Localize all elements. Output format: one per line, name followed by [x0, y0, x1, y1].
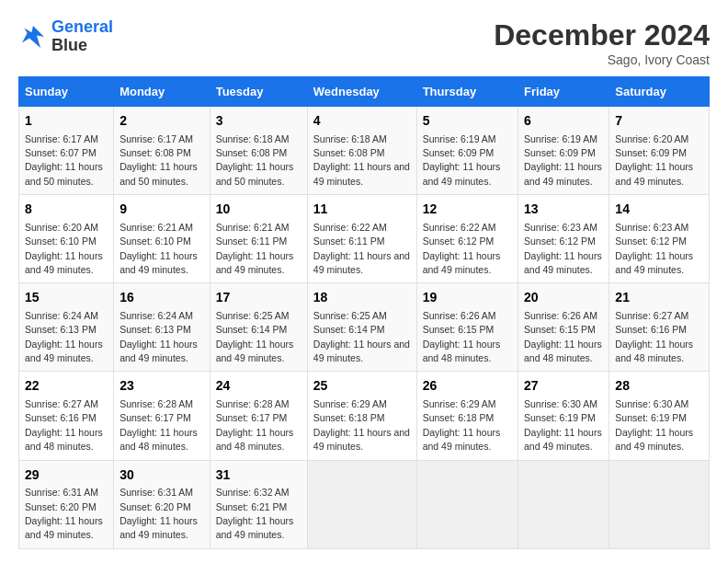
logo: General Blue [18, 18, 113, 55]
day-number: 28 [615, 377, 703, 396]
header-day-wednesday: Wednesday [307, 77, 416, 107]
calendar-cell: 31 Sunrise: 6:32 AMSunset: 6:21 PMDaylig… [210, 460, 307, 548]
day-number: 18 [313, 289, 411, 307]
header-day-monday: Monday [114, 77, 210, 107]
cell-info: Sunrise: 6:26 AMSunset: 6:15 PMDaylight:… [524, 310, 602, 363]
cell-info: Sunrise: 6:17 AMSunset: 6:07 PMDaylight:… [25, 133, 103, 187]
day-number: 1 [25, 112, 108, 131]
cell-info: Sunrise: 6:27 AMSunset: 6:16 PMDaylight:… [615, 310, 693, 363]
calendar-cell: 27 Sunrise: 6:30 AMSunset: 6:19 PMDaylig… [518, 372, 609, 460]
calendar-cell: 4 Sunrise: 6:18 AMSunset: 6:08 PMDayligh… [307, 107, 416, 195]
cell-info: Sunrise: 6:20 AMSunset: 6:10 PMDaylight:… [25, 222, 103, 275]
calendar-cell: 23 Sunrise: 6:28 AMSunset: 6:17 PMDaylig… [114, 372, 210, 460]
day-number: 4 [313, 112, 411, 131]
week-row-2: 8 Sunrise: 6:20 AMSunset: 6:10 PMDayligh… [19, 195, 710, 283]
cell-info: Sunrise: 6:32 AMSunset: 6:21 PMDaylight:… [216, 487, 294, 540]
calendar-cell [518, 460, 609, 548]
cell-info: Sunrise: 6:20 AMSunset: 6:09 PMDaylight:… [615, 133, 693, 187]
cell-info: Sunrise: 6:25 AMSunset: 6:14 PMDaylight:… [313, 310, 410, 363]
calendar-cell: 20 Sunrise: 6:26 AMSunset: 6:15 PMDaylig… [518, 283, 609, 372]
svg-marker-0 [22, 26, 44, 48]
cell-info: Sunrise: 6:25 AMSunset: 6:14 PMDaylight:… [216, 310, 294, 363]
header-day-tuesday: Tuesday [210, 77, 307, 107]
day-number: 22 [25, 377, 108, 396]
cell-info: Sunrise: 6:24 AMSunset: 6:13 PMDaylight:… [119, 310, 198, 363]
day-number: 5 [423, 112, 512, 131]
day-number: 13 [524, 201, 603, 219]
day-number: 3 [216, 112, 301, 131]
calendar-cell: 29 Sunrise: 6:31 AMSunset: 6:20 PMDaylig… [19, 460, 114, 548]
day-number: 7 [615, 112, 703, 131]
day-number: 24 [216, 377, 301, 396]
calendar-cell: 21 Sunrise: 6:27 AMSunset: 6:16 PMDaylig… [609, 283, 710, 372]
cell-info: Sunrise: 6:18 AMSunset: 6:08 PMDaylight:… [313, 133, 410, 187]
calendar-cell: 2 Sunrise: 6:17 AMSunset: 6:08 PMDayligh… [114, 107, 210, 195]
day-number: 10 [216, 201, 301, 219]
cell-info: Sunrise: 6:21 AMSunset: 6:10 PMDaylight:… [119, 222, 198, 275]
week-row-4: 22 Sunrise: 6:27 AMSunset: 6:16 PMDaylig… [19, 372, 710, 460]
day-number: 27 [524, 377, 603, 396]
calendar-cell: 1 Sunrise: 6:17 AMSunset: 6:07 PMDayligh… [19, 107, 114, 195]
location: Sago, Ivory Coast [494, 52, 710, 67]
month-title: December 2024 [494, 18, 710, 52]
calendar-cell: 10 Sunrise: 6:21 AMSunset: 6:11 PMDaylig… [210, 195, 307, 283]
calendar-cell: 17 Sunrise: 6:25 AMSunset: 6:14 PMDaylig… [210, 283, 307, 372]
week-row-5: 29 Sunrise: 6:31 AMSunset: 6:20 PMDaylig… [19, 460, 710, 548]
day-number: 11 [313, 201, 411, 219]
day-number: 20 [524, 289, 603, 307]
day-number: 21 [615, 289, 703, 307]
cell-info: Sunrise: 6:30 AMSunset: 6:19 PMDaylight:… [524, 398, 602, 452]
header-day-sunday: Sunday [19, 77, 114, 107]
cell-info: Sunrise: 6:28 AMSunset: 6:17 PMDaylight:… [216, 398, 294, 452]
calendar-cell: 13 Sunrise: 6:23 AMSunset: 6:12 PMDaylig… [518, 195, 609, 283]
header: General Blue December 2024 Sago, Ivory C… [18, 18, 710, 67]
title-area: December 2024 Sago, Ivory Coast [494, 18, 710, 67]
logo-text: General Blue [51, 18, 113, 55]
header-day-thursday: Thursday [416, 77, 518, 107]
calendar-cell [609, 460, 710, 548]
cell-info: Sunrise: 6:29 AMSunset: 6:18 PMDaylight:… [423, 398, 501, 452]
cell-info: Sunrise: 6:19 AMSunset: 6:09 PMDaylight:… [423, 133, 501, 187]
cell-info: Sunrise: 6:24 AMSunset: 6:13 PMDaylight:… [25, 310, 103, 363]
day-number: 9 [119, 201, 204, 219]
calendar-cell: 8 Sunrise: 6:20 AMSunset: 6:10 PMDayligh… [19, 195, 114, 283]
calendar-cell: 14 Sunrise: 6:23 AMSunset: 6:12 PMDaylig… [609, 195, 710, 283]
header-day-friday: Friday [518, 77, 609, 107]
logo-icon [18, 22, 48, 52]
cell-info: Sunrise: 6:27 AMSunset: 6:16 PMDaylight:… [25, 398, 103, 452]
week-row-3: 15 Sunrise: 6:24 AMSunset: 6:13 PMDaylig… [19, 283, 710, 372]
calendar-cell: 6 Sunrise: 6:19 AMSunset: 6:09 PMDayligh… [518, 107, 609, 195]
header-day-saturday: Saturday [609, 77, 710, 107]
day-number: 25 [313, 377, 411, 396]
day-number: 14 [615, 201, 703, 219]
cell-info: Sunrise: 6:30 AMSunset: 6:19 PMDaylight:… [615, 398, 693, 452]
calendar-cell: 28 Sunrise: 6:30 AMSunset: 6:19 PMDaylig… [609, 372, 710, 460]
day-number: 2 [119, 112, 204, 131]
cell-info: Sunrise: 6:26 AMSunset: 6:15 PMDaylight:… [423, 310, 501, 363]
calendar-cell: 24 Sunrise: 6:28 AMSunset: 6:17 PMDaylig… [210, 372, 307, 460]
cell-info: Sunrise: 6:17 AMSunset: 6:08 PMDaylight:… [119, 133, 198, 187]
calendar-cell: 9 Sunrise: 6:21 AMSunset: 6:10 PMDayligh… [114, 195, 210, 283]
day-number: 6 [524, 112, 603, 131]
calendar-cell: 18 Sunrise: 6:25 AMSunset: 6:14 PMDaylig… [307, 283, 416, 372]
calendar-cell: 7 Sunrise: 6:20 AMSunset: 6:09 PMDayligh… [609, 107, 710, 195]
calendar-cell: 22 Sunrise: 6:27 AMSunset: 6:16 PMDaylig… [19, 372, 114, 460]
cell-info: Sunrise: 6:28 AMSunset: 6:17 PMDaylight:… [119, 398, 198, 452]
day-number: 8 [25, 201, 108, 219]
calendar-cell: 16 Sunrise: 6:24 AMSunset: 6:13 PMDaylig… [114, 283, 210, 372]
day-number: 31 [216, 466, 301, 485]
calendar-cell: 19 Sunrise: 6:26 AMSunset: 6:15 PMDaylig… [416, 283, 518, 372]
calendar-cell: 26 Sunrise: 6:29 AMSunset: 6:18 PMDaylig… [416, 372, 518, 460]
day-number: 19 [423, 289, 512, 307]
cell-info: Sunrise: 6:23 AMSunset: 6:12 PMDaylight:… [615, 222, 693, 275]
cell-info: Sunrise: 6:21 AMSunset: 6:11 PMDaylight:… [216, 222, 294, 275]
cell-info: Sunrise: 6:31 AMSunset: 6:20 PMDaylight:… [25, 487, 103, 540]
day-number: 23 [119, 377, 204, 396]
calendar-cell: 5 Sunrise: 6:19 AMSunset: 6:09 PMDayligh… [416, 107, 518, 195]
calendar-cell: 3 Sunrise: 6:18 AMSunset: 6:08 PMDayligh… [210, 107, 307, 195]
cell-info: Sunrise: 6:23 AMSunset: 6:12 PMDaylight:… [524, 222, 602, 275]
cell-info: Sunrise: 6:18 AMSunset: 6:08 PMDaylight:… [216, 133, 294, 187]
day-number: 30 [119, 466, 204, 485]
day-number: 12 [423, 201, 512, 219]
calendar-cell [416, 460, 518, 548]
